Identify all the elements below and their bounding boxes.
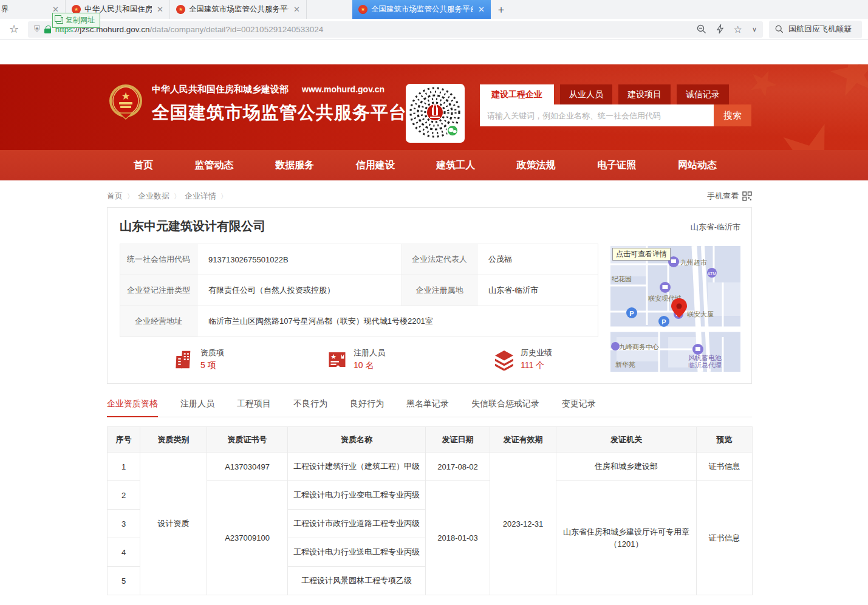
nav-item-home[interactable]: 首页 [134,159,153,172]
qualification-table: 序号资质类别 资质证书号资质名称 发证日期发证有效期 发证机关预览 1 设计资质… [107,426,753,595]
tab-title: 全国建筑市场监管公共服务平台 [189,4,289,15]
tab-change-records[interactable]: 变更记录 [562,398,596,417]
svg-text:P: P [629,310,634,317]
breadcrumb-row: 首页 〉 企业数据 〉 企业详情 〉 手机查看 [107,180,752,207]
address-label: 企业经营地址 [120,306,197,337]
credit-code-label: 统一社会信用代码 [120,244,197,275]
company-name: 山东中元建筑设计有限公司 [120,218,265,234]
seq-cell: 1 [108,453,140,481]
flash-mode-icon[interactable] [716,24,724,34]
reg-type-label: 企业登记注册类型 [120,275,197,306]
company-stats: 资质项 5 项 ★ 注册人员 10 名 [120,347,598,371]
search-tab-personnel[interactable]: 从业人员 [560,84,612,104]
address-value: 临沂市兰山区陶然路107号星河晶都（联安）现代城1号楼2201室 [197,306,598,337]
stat-registered-personnel: ★ 注册人员 10 名 [326,347,385,371]
category-cell: 设计资质 [140,453,207,595]
browser-tab-3-active[interactable]: ★ 全国建筑市场监管公共服务平台 ✕ [352,0,491,19]
issue-date-cell: 2017-08-02 [426,453,490,481]
legal-rep-label: 企业法定代表人 [402,244,477,275]
reg-region-label: 企业注册属地 [402,275,477,306]
breadcrumb: 首页 〉 企业数据 〉 企业详情 〉 [107,191,227,202]
qual-name-cell: 工程设计电力行业变电工程专业丙级 [288,481,426,510]
address-bar[interactable]: ⛨ https://jzsc.mohurd.gov.cn/data/compan… [28,21,763,38]
tab-close-icon[interactable]: ✕ [157,5,163,14]
seq-cell: 5 [108,567,140,595]
search-tab-project[interactable]: 建设项目 [618,84,671,104]
header-search-module: 建设工程企业 从业人员 建设项目 诚信记录 搜索 [480,84,751,126]
tab-blacklist[interactable]: 黑名单记录 [406,398,449,417]
qr-mini-icon [742,191,752,201]
svg-text:九峰商务中心: 九峰商务中心 [619,343,659,350]
tab-close-icon[interactable]: ✕ [293,5,300,14]
search-tab-credit[interactable]: 诚信记录 [677,84,729,104]
tab-projects[interactable]: 工程项目 [237,398,271,417]
credit-code-value: 91371302675501022B [197,244,402,275]
tab-registered-personnel[interactable]: 注册人员 [180,398,214,417]
breadcrumb-company-detail[interactable]: 企业详情 [185,191,216,202]
certificate-info-link[interactable]: 证书信息 [697,481,753,595]
new-tab-button[interactable]: ＋ [491,0,511,19]
platform-title: 全国建筑市场监管公共服务平台 [152,101,407,125]
site-favicon-icon: ★ [358,5,367,14]
breadcrumb-company-data[interactable]: 企业数据 [138,191,169,202]
qual-name-cell: 工程设计市政行业道路工程专业丙级 [288,510,426,538]
browser-url-bar: ☆ ⛨ https://jzsc.mohurd.gov.cn/data/comp… [0,19,868,40]
copy-icon [56,17,63,24]
tab-good-behavior[interactable]: 良好行为 [350,398,384,417]
company-location-map[interactable]: 点击可查看详情 九州超市 [610,246,740,372]
reg-type-value: 有限责任公司（自然人投资或控股） [197,275,402,306]
cert-no-cell: A237009100 [207,481,288,595]
main-navigation: 首页 监管动态 数据服务 信用建设 建筑工人 政策法规 电子证照 网站动态 [0,150,868,180]
tab-qualifications[interactable]: 企业资质资格 [107,398,158,417]
search-button[interactable]: 搜索 [714,104,751,126]
qr-code-icon [408,86,463,141]
table-row: 1 设计资质 A137030497 工程设计建筑行业（建筑工程）甲级 2017-… [108,453,753,481]
svg-text:纪花园: 纪花园 [612,275,632,282]
issue-date-cell: 2018-01-03 [426,481,490,595]
qual-name-cell: 工程设计建筑行业（建筑工程）甲级 [288,453,426,481]
company-info-table: 统一社会信用代码 91371302675501022B 企业法定代表人 公茂福 … [120,244,598,337]
search-tab-enterprise[interactable]: 建设工程企业 [480,84,554,104]
nav-item-e-license[interactable]: 电子证照 [597,159,636,172]
certificate-info-link[interactable]: 证书信息 [697,453,753,481]
site-brand: ★ 中华人民共和国住房和城乡建设部 www.mohurd.gov.cn 全国建筑… [108,84,407,125]
map-image: 九州超市 纪花园 联安现代城 联安大厦 九峰商务中心 新华苑 风帆蓄电池 临沂总… [610,246,740,372]
svg-text:新华苑: 新华苑 [615,361,635,368]
dropdown-chevron-icon[interactable]: ∨ [752,26,757,33]
page-url[interactable]: https://jzsc.mohurd.gov.cn/data/company/… [55,25,692,34]
browser-quick-search[interactable]: 国航回应飞机颠簸 [769,21,862,38]
page-top-whitespace [0,40,868,64]
tab-bad-behavior[interactable]: 不良行为 [293,398,327,417]
site-shield-icon[interactable]: ⛨ [34,24,40,34]
copy-url-tooltip: 复制网址 [52,13,100,28]
site-header: ★ 中华人民共和国住房和城乡建设部 www.mohurd.gov.cn 全国建筑… [0,64,868,150]
svg-text:★: ★ [330,352,337,360]
favorite-star-icon[interactable]: ☆ [734,24,742,35]
nav-item-policy[interactable]: 政策法规 [517,159,556,172]
nav-item-workers[interactable]: 建筑工人 [436,159,475,172]
tab-close-icon[interactable]: ✕ [478,5,485,14]
ministry-url: www.mohurd.gov.cn [302,84,384,94]
browser-tab-2[interactable]: ★ 全国建筑市场监管公共服务平台 ✕ [170,0,307,19]
mobile-view-button[interactable]: 手机查看 [707,191,752,202]
secure-lock-icon [44,26,51,33]
svg-text:临沂总代理: 临沂总代理 [688,361,722,369]
nav-item-credit[interactable]: 信用建设 [356,159,395,172]
nav-item-supervision[interactable]: 监管动态 [195,159,234,172]
ministry-name: 中华人民共和国住房和城乡建设部 [152,84,289,95]
seq-cell: 3 [108,510,140,538]
nav-item-site-news[interactable]: 网站动态 [678,159,717,172]
stat-qualifications: 资质项 5 项 [173,347,224,371]
nav-item-data-service[interactable]: 数据服务 [275,159,314,172]
keyword-search-input[interactable] [480,104,714,126]
bookmark-star-icon[interactable]: ☆ [6,22,22,36]
reg-region-value: 山东省-临沂市 [477,275,598,306]
zoom-out-icon[interactable] [697,24,706,34]
certificate-icon: ★ [326,349,348,371]
tab-dishonesty-records[interactable]: 失信联合惩戒记录 [471,398,539,417]
detail-tab-bar: 企业资质资格 注册人员 工程项目 不良行为 良好行为 黑名单记录 失信联合惩戒记… [107,398,752,417]
svg-text:九州超市: 九州超市 [680,259,707,266]
qual-name-cell: 工程设计风景园林工程专项乙级 [288,567,426,595]
breadcrumb-home[interactable]: 首页 [107,191,123,202]
qual-name-cell: 工程设计电力行业送电工程专业丙级 [288,538,426,567]
